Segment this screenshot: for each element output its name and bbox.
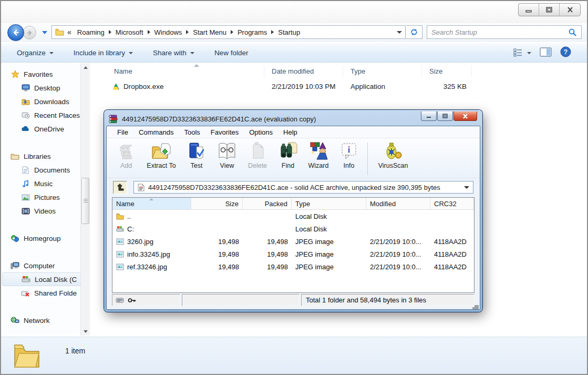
- breadcrumb-item-microsoft[interactable]: Microsoft: [112, 28, 147, 36]
- menu-help[interactable]: Help: [278, 127, 303, 138]
- view-button[interactable]: View: [212, 141, 242, 169]
- search-input[interactable]: [431, 28, 568, 36]
- preview-pane-button[interactable]: [540, 47, 552, 58]
- search-box[interactable]: [427, 25, 582, 39]
- close-button[interactable]: [560, 4, 580, 16]
- help-button[interactable]: ?: [560, 46, 571, 59]
- sidebar-item-label: Desktop: [34, 84, 60, 92]
- include-in-library-button[interactable]: Include in library: [74, 49, 133, 57]
- sidebar-item-videos[interactable]: Videos: [2, 204, 81, 218]
- share-with-button[interactable]: Share with: [153, 49, 194, 57]
- add-button[interactable]: Add: [111, 141, 141, 169]
- column-header-name[interactable]: Name: [91, 65, 264, 77]
- find-button[interactable]: Find: [273, 141, 303, 169]
- archive-maximize-button[interactable]: [437, 112, 453, 121]
- videos-icon: [21, 207, 30, 215]
- archive-doc-icon: [138, 184, 145, 191]
- sidebar-item-favorites[interactable]: Favorites: [2, 67, 81, 81]
- test-button[interactable]: Test: [181, 141, 212, 169]
- archive-cell-crc: 4118AA2D: [430, 263, 474, 271]
- breadcrumb-item-roaming[interactable]: Roaming: [74, 28, 108, 36]
- sidebar-item-computer[interactable]: Computer: [2, 259, 81, 272]
- breadcrumb-separator-icon[interactable]: [231, 30, 233, 34]
- breadcrumb-separator-icon[interactable]: [186, 30, 189, 34]
- breadcrumb-separator-icon[interactable]: [109, 30, 111, 34]
- refresh-button[interactable]: [406, 25, 422, 39]
- minimize-button[interactable]: [519, 4, 539, 16]
- sidebar-item-libraries[interactable]: Libraries: [2, 149, 81, 163]
- recent-pages-dropdown[interactable]: [42, 31, 47, 34]
- breadcrumb-item-programs[interactable]: Programs: [234, 28, 271, 36]
- sidebar-item-desktop[interactable]: Desktop: [2, 81, 81, 95]
- delete-button[interactable]: Delete: [242, 141, 273, 169]
- archive-path-combobox[interactable]: 44912475958D7D3323633836FE62D41C.ace - s…: [133, 181, 473, 194]
- breadcrumb-separator-icon[interactable]: [148, 30, 150, 34]
- up-directory-button[interactable]: [113, 181, 127, 194]
- breadcrumb-item-startup[interactable]: Startup: [274, 28, 304, 36]
- archive-row-info-33245[interactable]: info.33245.jpg 19,498 19,498 JPEG image …: [112, 248, 474, 260]
- column-header-size[interactable]: Size: [422, 65, 472, 77]
- menu-favorites[interactable]: Favorites: [205, 127, 244, 138]
- menu-file[interactable]: File: [112, 127, 133, 138]
- combobox-dropdown-icon[interactable]: [464, 186, 469, 189]
- archive-cell-size: 19,498: [191, 263, 243, 271]
- archive-column-name[interactable]: Name: [112, 198, 191, 209]
- search-icon[interactable]: [568, 28, 577, 37]
- menu-options[interactable]: Options: [244, 127, 278, 138]
- archive-window[interactable]: 44912475958D7D3323633836FE62D41C.ace (ev…: [104, 110, 482, 312]
- extract-to-button[interactable]: Extract To: [141, 141, 181, 169]
- sidebar-scrollbar[interactable]: [80, 63, 90, 336]
- sidebar-item-local-disk[interactable]: Local Disk (C: [2, 272, 81, 286]
- breadcrumb-item-windows[interactable]: Windows: [151, 28, 186, 36]
- archive-column-modified[interactable]: Modified: [366, 198, 430, 209]
- scrollbar-thumb[interactable]: [81, 178, 89, 224]
- recent-places-icon: [21, 111, 30, 119]
- column-header-type[interactable]: Type: [343, 65, 422, 77]
- archive-row-drive-c[interactable]: C: Local Disk: [112, 222, 474, 235]
- menu-tools[interactable]: Tools: [179, 127, 205, 138]
- archive-column-type[interactable]: Type: [292, 198, 366, 209]
- maximize-button[interactable]: [539, 4, 560, 16]
- info-button[interactable]: i Info: [334, 141, 364, 169]
- sidebar-item-music[interactable]: Music: [2, 177, 81, 190]
- new-folder-button[interactable]: New folder: [214, 49, 249, 57]
- sidebar-item-network[interactable]: Network: [2, 313, 81, 327]
- archive-column-size[interactable]: Size: [191, 198, 243, 209]
- archive-close-button[interactable]: [453, 112, 477, 121]
- sidebar-item-homegroup[interactable]: Homegroup: [2, 231, 81, 245]
- sidebar-item-documents[interactable]: Documents: [2, 163, 81, 177]
- column-header-date-modified[interactable]: Date modified: [264, 65, 343, 77]
- resize-grip[interactable]: [474, 305, 477, 307]
- virusscan-button[interactable]: VirusScan: [373, 141, 413, 169]
- change-view-button[interactable]: [513, 48, 531, 57]
- file-name-cell: Dropbox.exe: [91, 83, 264, 90]
- forward-button[interactable]: [23, 26, 36, 39]
- breadcrumb-item-start-menu[interactable]: Start Menu: [189, 28, 230, 36]
- sidebar-item-label: Favorites: [24, 70, 53, 78]
- address-bar[interactable]: « Roaming Microsoft Windows Start Menu P…: [51, 25, 406, 39]
- find-label: Find: [282, 162, 294, 169]
- sidebar-item-onedrive[interactable]: OneDrive: [2, 122, 81, 136]
- archive-column-packed[interactable]: Packed: [243, 198, 292, 209]
- scroll-down-button[interactable]: [81, 327, 90, 336]
- archive-row-ref-33246[interactable]: ref.33246.jpg 19,498 19,498 JPEG image 2…: [112, 260, 474, 273]
- file-row-dropbox[interactable]: Dropbox.exe 2/21/2019 10:03 PM Applicati…: [91, 79, 581, 94]
- sidebar-item-pictures[interactable]: Pictures: [2, 190, 81, 204]
- menu-commands[interactable]: Commands: [133, 127, 179, 138]
- archive-row-3260[interactable]: 3260.jpg 19,498 19,498 JPEG image 2/21/2…: [112, 235, 474, 248]
- back-button[interactable]: [7, 24, 24, 41]
- sidebar-item-downloads[interactable]: Downloads: [2, 95, 81, 108]
- sidebar-item-recent-places[interactable]: Recent Places: [2, 108, 81, 122]
- scroll-up-button[interactable]: [81, 63, 90, 72]
- wizard-button[interactable]: Wizard: [303, 141, 334, 169]
- organize-button[interactable]: Organize: [17, 49, 54, 57]
- archive-row-parent-dir[interactable]: .. Local Disk: [112, 210, 474, 222]
- file-size: 325 KB: [422, 83, 472, 90]
- breadcrumb-separator-icon[interactable]: [271, 30, 274, 34]
- disk-status-icon: [116, 297, 124, 303]
- sidebar-item-shared-folders[interactable]: Shared Folde: [2, 286, 81, 300]
- archive-column-crc32[interactable]: CRC32: [430, 198, 474, 209]
- archive-minimize-button[interactable]: [421, 112, 437, 121]
- address-dropdown-icon[interactable]: [397, 31, 402, 34]
- breadcrumb-overflow[interactable]: «: [67, 28, 71, 36]
